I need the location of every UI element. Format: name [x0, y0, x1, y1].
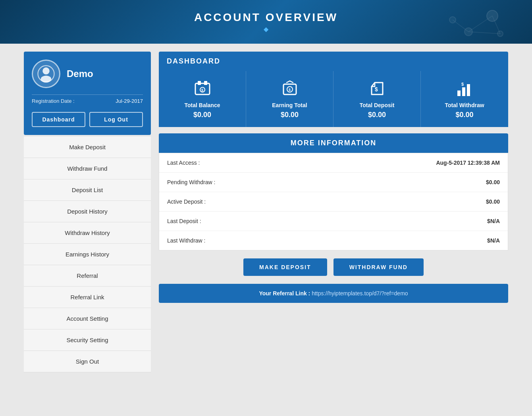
- sidebar-item-account-setting[interactable]: Account Setting: [24, 308, 151, 329]
- stat-total-balance-value: $0.00: [163, 111, 242, 119]
- sidebar-item-sign-out[interactable]: Sign Out: [24, 351, 151, 372]
- svg-rect-12: [198, 81, 201, 85]
- earning-total-icon: $: [250, 79, 329, 99]
- logout-button[interactable]: Log Out: [89, 112, 143, 127]
- stat-total-deposit-label: Total Deposit: [337, 102, 416, 108]
- stat-earning-total[interactable]: $ Earning Total $0.00: [246, 71, 333, 127]
- svg-text:$: $: [375, 86, 378, 92]
- svg-point-8: [42, 67, 50, 75]
- svg-text:$: $: [201, 88, 203, 92]
- svg-rect-21: [462, 87, 465, 96]
- sidebar-item-security-setting[interactable]: Security Setting: [24, 329, 151, 351]
- action-buttons: MAKE DEPOSIT WITHDRAW FUND: [159, 250, 508, 284]
- total-withdraw-icon: $: [425, 79, 504, 99]
- last-withdraw-label: Last Withdraw :: [167, 237, 205, 244]
- header-decoration: [421, 4, 508, 44]
- stat-total-deposit-value: $0.00: [337, 111, 416, 119]
- svg-line-5: [453, 20, 468, 32]
- info-row-last-withdraw: Last Withdraw : $N/A: [159, 231, 508, 250]
- sidebar-item-deposit-list[interactable]: Deposit List: [24, 179, 151, 201]
- page-header: ACCOUNT OVERVIEW ◆: [0, 0, 532, 44]
- stat-earning-total-label: Earning Total: [250, 102, 329, 108]
- stat-total-balance-label: Total Balance: [163, 102, 242, 108]
- main-container: Demo Registration Date : Jul-29-2017 Das…: [0, 44, 532, 416]
- svg-line-7: [468, 32, 500, 34]
- referral-bar: Your Referral Link : https://hyiptemplat…: [159, 284, 508, 303]
- last-deposit-label: Last Deposit :: [167, 218, 201, 224]
- stat-total-withdraw[interactable]: $ Total Withdraw $0.00: [421, 71, 508, 127]
- info-table: Last Access : Aug-5-2017 12:39:38 AM Pen…: [159, 153, 508, 250]
- stat-total-withdraw-value: $0.00: [425, 111, 504, 119]
- svg-rect-13: [204, 81, 207, 85]
- sidebar-nav: Make Deposit Withdraw Fund Deposit List …: [24, 137, 151, 372]
- active-deposit-value: $0.00: [486, 198, 500, 205]
- sidebar-item-make-deposit[interactable]: Make Deposit: [24, 137, 151, 158]
- info-row-last-deposit: Last Deposit : $N/A: [159, 212, 508, 231]
- svg-rect-20: [457, 91, 461, 96]
- more-info-header: MORE INFORMATION: [159, 133, 508, 153]
- referral-link[interactable]: https://hyiptemplates.top/d7/?ref=demo: [312, 290, 408, 297]
- sidebar-item-referral-link[interactable]: Referral Link: [24, 287, 151, 308]
- sidebar: Demo Registration Date : Jul-29-2017 Das…: [24, 52, 151, 408]
- page-title: ACCOUNT OVERVIEW: [194, 11, 338, 24]
- pending-withdraw-value: $0.00: [486, 179, 500, 185]
- profile-card: Demo Registration Date : Jul-29-2017 Das…: [24, 52, 151, 135]
- main-content: DASHBOARD $ Total Balance $0.00: [159, 52, 508, 408]
- last-access-label: Last Access :: [167, 160, 200, 166]
- sidebar-item-withdraw-fund[interactable]: Withdraw Fund: [24, 158, 151, 179]
- svg-text:$: $: [461, 82, 464, 87]
- dashboard-button[interactable]: Dashboard: [32, 112, 85, 127]
- profile-username: Demo: [67, 68, 93, 79]
- more-info-title: MORE INFORMATION: [167, 139, 500, 147]
- sidebar-item-withdraw-history[interactable]: Withdraw History: [24, 222, 151, 244]
- reg-label: Registration Date :: [32, 98, 75, 104]
- referral-label: Your Referral Link :: [259, 290, 310, 297]
- active-deposit-label: Active Deposit :: [167, 198, 206, 205]
- stat-total-deposit[interactable]: $ Total Deposit $0.00: [333, 71, 421, 127]
- sidebar-item-earnings-history[interactable]: Earnings History: [24, 244, 151, 265]
- total-balance-icon: $: [163, 79, 242, 99]
- dashboard-title: DASHBOARD: [167, 57, 500, 65]
- make-deposit-button[interactable]: MAKE DEPOSIT: [243, 258, 327, 276]
- last-withdraw-value: $N/A: [487, 237, 500, 244]
- info-row-pending-withdraw: Pending Withdraw : $0.00: [159, 173, 508, 192]
- info-row-active-deposit: Active Deposit : $0.00: [159, 192, 508, 212]
- withdraw-fund-button[interactable]: WITHDRAW FUND: [333, 258, 424, 276]
- stat-earning-total-value: $0.00: [250, 111, 329, 119]
- stat-total-balance[interactable]: $ Total Balance $0.00: [159, 71, 246, 127]
- stats-grid: $ Total Balance $0.00 $ Earning Total: [159, 71, 508, 127]
- pending-withdraw-label: Pending Withdraw :: [167, 179, 215, 185]
- reg-date: Jul-29-2017: [116, 98, 143, 104]
- last-deposit-value: $N/A: [487, 218, 500, 224]
- dashboard-header: DASHBOARD: [159, 52, 508, 71]
- avatar: [32, 60, 60, 88]
- info-row-last-access: Last Access : Aug-5-2017 12:39:38 AM: [159, 153, 508, 173]
- sidebar-item-referral[interactable]: Referral: [24, 265, 151, 287]
- last-access-value: Aug-5-2017 12:39:38 AM: [436, 160, 500, 166]
- svg-line-4: [468, 16, 492, 32]
- header-diamond: ◆: [194, 25, 338, 33]
- sidebar-item-deposit-history[interactable]: Deposit History: [24, 201, 151, 222]
- svg-text:$: $: [289, 88, 291, 92]
- stat-total-withdraw-label: Total Withdraw: [425, 102, 504, 108]
- svg-rect-22: [467, 84, 470, 96]
- total-deposit-icon: $: [337, 79, 416, 99]
